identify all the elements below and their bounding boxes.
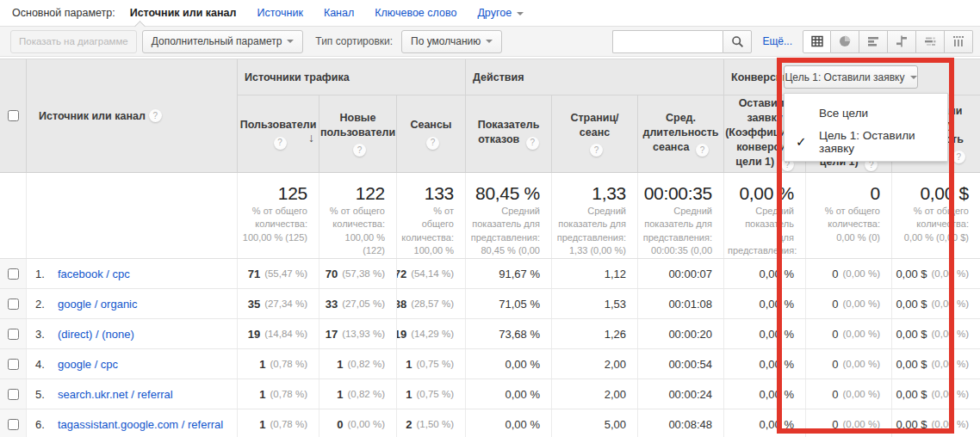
help-icon[interactable]: ? (526, 137, 539, 150)
help-icon[interactable]: ? (149, 109, 162, 122)
pages-per-session-cell: 1,12 (551, 259, 637, 288)
bounce-rate-cell: 71,05 % (465, 289, 551, 318)
users-cell: 1(0,78 %) (237, 409, 319, 437)
search-button[interactable] (723, 30, 752, 53)
totals-goal-value: 0,00 $% от общего количества: 0,00 % (0,… (891, 173, 980, 258)
sessions-cell: 19(14,29 %) (396, 319, 465, 348)
chevron-down-icon (910, 76, 917, 79)
totals-sessions: 133% от общего количества: 100,00 % (133… (396, 173, 465, 258)
menu-item-all-goals[interactable]: Все цели (785, 99, 947, 127)
source-link[interactable]: tagassistant.google.com / referral (58, 418, 223, 431)
secondary-dimension-dropdown[interactable]: Дополнительный параметр (142, 30, 304, 53)
percentage-view-button[interactable] (831, 30, 859, 53)
select-all-checkbox[interactable] (8, 110, 19, 121)
menu-item-goal-1[interactable]: ✓Цель 1: Оставили заявку (785, 127, 947, 156)
primary-dimension-bar: Основной параметр: Источник или канал Ис… (0, 0, 980, 26)
row-number: 3. (35, 328, 58, 341)
column-header-bounce-rate[interactable]: Показатель отказов ? (465, 95, 551, 172)
table-row: 1.facebook / cpc 71(55,47 %) 70(57,38 %)… (0, 259, 980, 289)
help-icon[interactable]: ? (353, 144, 366, 157)
totals-source-cell (26, 173, 237, 258)
goal-completions-cell: 0(0,00 %) (805, 289, 891, 318)
comparison-view-button[interactable] (888, 30, 916, 53)
avg-session-duration-cell: 00:00:54 (637, 349, 723, 379)
dimension-selected-source-channel[interactable]: Источник или канал (130, 7, 237, 19)
term-cloud-view-button[interactable] (916, 30, 945, 53)
goal-completions-cell: 0(0,00 %) (805, 319, 891, 348)
sessions-cell: 72(54,14 %) (396, 259, 465, 288)
help-icon[interactable]: ? (696, 144, 709, 157)
column-header-pages-per-session[interactable]: Страниц/сеанс? (551, 95, 637, 172)
search-icon (731, 35, 744, 48)
source-link[interactable]: google / organic (58, 298, 138, 311)
users-cell: 1(0,78 %) (237, 379, 319, 409)
performance-view-button[interactable] (859, 30, 888, 53)
source-link[interactable]: google / cpc (58, 358, 118, 371)
column-header-sessions[interactable]: Сеансы? (396, 95, 465, 172)
help-icon[interactable]: ? (590, 144, 603, 157)
dimension-link-keyword[interactable]: Ключевое слово (375, 7, 456, 19)
goal-value-cell: 0,00 $(0,00 %) (891, 319, 980, 348)
sessions-cell: 2(1,50 %) (396, 409, 465, 437)
row-checkbox[interactable] (8, 419, 19, 430)
source-link[interactable]: search.ukr.net / referral (58, 388, 173, 401)
goal-conversion-rate-cell: 0,00 % (723, 289, 805, 318)
sessions-cell: 1(0,75 %) (396, 379, 465, 409)
row-checkbox[interactable] (8, 268, 19, 280)
row-number: 5. (35, 388, 58, 401)
totals-bounce-rate: 80,45 %Средний показатель для представле… (465, 173, 551, 258)
totals-avg-session-duration: 00:00:35Средний показатель для представл… (637, 173, 723, 258)
help-icon[interactable]: ? (952, 151, 965, 163)
row-number: 6. (35, 418, 58, 431)
new-users-cell: 70(57,38 %) (319, 259, 396, 288)
table-search: Ещё... (612, 30, 973, 53)
row-checkbox[interactable] (8, 359, 19, 370)
help-icon[interactable]: ? (274, 137, 287, 150)
table-row: 6.tagassistant.google.com / referral 1(0… (0, 409, 980, 437)
dimension-link-source[interactable]: Источник (257, 7, 303, 19)
source-link[interactable]: (direct) / (none) (58, 328, 134, 341)
users-cell: 71(55,47 %) (237, 259, 319, 288)
goal-conversion-rate-cell: 0,00 % (723, 379, 805, 409)
primary-dimension-label: Основной параметр: (12, 7, 115, 19)
pivot-view-button[interactable] (945, 30, 973, 53)
row-checkbox[interactable] (8, 389, 19, 400)
dimension-link-channel[interactable]: Канал (324, 7, 354, 19)
column-header-new-users[interactable]: Новые пользователи? (319, 95, 396, 172)
pivot-icon (952, 34, 965, 48)
table-row: 2.google / organic 35(27,34 %) 33(27,05 … (0, 289, 980, 319)
sort-type-dropdown[interactable]: По умолчанию (401, 30, 502, 53)
table-row: 3.(direct) / (none) 19(14,84 %) 17(13,93… (0, 319, 980, 349)
totals-users: 125% от общего количества: 100,00 % (125… (237, 173, 319, 258)
source-link[interactable]: facebook / cpc (58, 268, 130, 280)
table-view-icon (810, 34, 824, 48)
column-header-users[interactable]: Пользователи? ↓ (237, 95, 319, 172)
goal-value-cell: 0,00 $(0,00 %) (891, 349, 980, 379)
row-checkbox[interactable] (8, 299, 19, 310)
sort-type-label: Тип сортировки: (315, 35, 393, 47)
view-switcher (803, 30, 973, 53)
table-row: 5.search.ukr.net / referral 1(0,78 %) 1(… (0, 379, 980, 409)
goal-conversion-rate-cell: 0,00 % (723, 319, 805, 348)
column-header-source[interactable]: Источник или канал ? (26, 59, 237, 172)
chevron-down-icon (287, 40, 294, 43)
goal-conversion-rate-cell: 0,00 % (723, 349, 805, 379)
row-checkbox[interactable] (8, 329, 19, 340)
goal-set-menu: Все цели ✓Цель 1: Оставили заявку (784, 93, 948, 162)
dimension-link-other[interactable]: Другое (477, 7, 524, 19)
search-input[interactable] (612, 30, 723, 53)
term-cloud-icon (923, 34, 937, 48)
analytics-report-screen: Основной параметр: Источник или канал Ис… (0, 0, 980, 437)
bounce-rate-cell: 0,00 % (465, 379, 551, 409)
checkmark-icon: ✓ (796, 134, 807, 150)
column-header-avg-session-duration[interactable]: Сред. длительность сеанса ? (637, 95, 723, 172)
pages-per-session-cell: 1,26 (551, 319, 637, 348)
goal-conversion-rate-cell: 0,00 % (723, 259, 805, 288)
advanced-search-link[interactable]: Ещё... (762, 35, 792, 47)
help-icon[interactable]: ? (426, 137, 439, 150)
report-toolbar: Показать на диаграмме Дополнительный пар… (0, 26, 980, 57)
table-view-button[interactable] (803, 30, 831, 53)
goal-value-cell: 0,00 $(0,00 %) (891, 259, 980, 288)
goal-set-dropdown[interactable]: Цель 1: Оставили заявку (784, 65, 918, 89)
goal-completions-cell: 0(0,00 %) (805, 259, 891, 288)
